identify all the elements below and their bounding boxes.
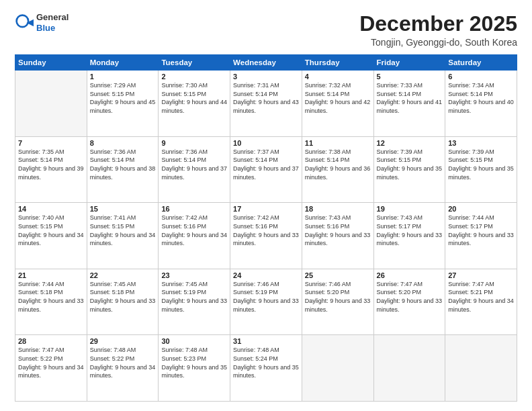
daylight: Daylight: 9 hours and 33 minutes. [377,298,443,313]
sunset: Sunset: 5:14 PM [233,156,278,163]
calendar-cell: 14Sunrise: 7:40 AMSunset: 5:15 PMDayligh… [15,203,87,269]
day-info: Sunrise: 7:42 AMSunset: 5:16 PMDaylight:… [233,214,299,247]
day-number: 29 [90,337,156,345]
daylight: Daylight: 9 hours and 33 minutes. [448,232,514,247]
sunrise: Sunrise: 7:29 AM [90,82,136,89]
sunset: Sunset: 5:15 PM [377,156,422,163]
daylight: Daylight: 9 hours and 45 minutes. [90,99,156,114]
calendar-cell: 28Sunrise: 7:47 AMSunset: 5:22 PMDayligh… [15,335,87,402]
logo-general: General [36,12,69,23]
week-row-4: 21Sunrise: 7:44 AMSunset: 5:18 PMDayligh… [15,269,517,335]
day-number: 1 [90,73,156,81]
day-number: 3 [233,73,299,81]
daylight: Daylight: 9 hours and 41 minutes. [377,99,443,114]
day-number: 11 [305,139,371,147]
svg-point-0 [17,15,29,27]
calendar-cell: 11Sunrise: 7:38 AMSunset: 5:14 PMDayligh… [302,136,373,203]
daylight: Daylight: 9 hours and 34 minutes. [18,232,84,247]
calendar-cell: 9Sunrise: 7:36 AMSunset: 5:14 PMDaylight… [159,136,230,203]
calendar-cell [15,71,87,137]
day-info: Sunrise: 7:36 AMSunset: 5:14 PMDaylight:… [161,148,227,181]
day-number: 25 [305,271,371,279]
col-header-sunday: Sunday [15,55,87,71]
day-number: 23 [161,271,227,279]
sunrise: Sunrise: 7:48 AM [90,347,136,353]
day-info: Sunrise: 7:43 AMSunset: 5:16 PMDaylight:… [305,214,371,247]
sunrise: Sunrise: 7:31 AM [233,82,279,89]
day-info: Sunrise: 7:41 AMSunset: 5:15 PMDaylight:… [90,214,156,247]
day-number: 15 [90,205,156,213]
day-info: Sunrise: 7:46 AMSunset: 5:19 PMDaylight:… [233,280,299,314]
subtitle: Tongjin, Gyeonggi-do, South Korea [359,37,517,48]
sunrise: Sunrise: 7:47 AM [377,281,423,287]
day-info: Sunrise: 7:45 AMSunset: 5:19 PMDaylight:… [161,280,227,314]
day-number: 20 [448,205,514,213]
daylight: Daylight: 9 hours and 34 minutes. [448,298,514,313]
calendar-body: 1Sunrise: 7:29 AMSunset: 5:15 PMDaylight… [15,71,517,402]
sunrise: Sunrise: 7:46 AM [305,281,351,287]
calendar-cell: 24Sunrise: 7:46 AMSunset: 5:19 PMDayligh… [230,269,302,335]
calendar-cell [302,335,373,402]
sunrise: Sunrise: 7:42 AM [161,214,208,221]
sunset: Sunset: 5:18 PM [18,289,63,295]
logo-blue: Blue [36,23,69,34]
sunset: Sunset: 5:18 PM [90,289,135,295]
calendar-cell: 22Sunrise: 7:45 AMSunset: 5:18 PMDayligh… [87,269,159,335]
day-number: 2 [161,73,227,81]
day-info: Sunrise: 7:39 AMSunset: 5:15 PMDaylight:… [448,148,514,181]
daylight: Daylight: 9 hours and 35 minutes. [448,165,514,181]
calendar-cell: 20Sunrise: 7:44 AMSunset: 5:17 PMDayligh… [445,203,517,269]
calendar-table: SundayMondayTuesdayWednesdayThursdayFrid… [15,54,517,402]
day-info: Sunrise: 7:30 AMSunset: 5:15 PMDaylight:… [161,81,227,115]
calendar-cell: 30Sunrise: 7:48 AMSunset: 5:23 PMDayligh… [159,335,230,402]
sunset: Sunset: 5:19 PM [161,289,206,295]
daylight: Daylight: 9 hours and 34 minutes. [18,364,84,379]
col-header-wednesday: Wednesday [230,55,302,71]
sunrise: Sunrise: 7:32 AM [305,82,351,89]
logo: General Blue [15,12,69,33]
calendar-cell: 8Sunrise: 7:36 AMSunset: 5:14 PMDaylight… [87,136,159,203]
sunset: Sunset: 5:17 PM [448,223,493,230]
day-number: 30 [161,337,227,345]
day-number: 22 [90,271,156,279]
daylight: Daylight: 9 hours and 36 minutes. [305,165,371,181]
sunset: Sunset: 5:16 PM [161,223,206,230]
title-block: December 2025 Tongjin, Gyeonggi-do, Sout… [359,12,517,48]
daylight: Daylight: 9 hours and 37 minutes. [233,165,299,181]
day-number: 5 [377,73,443,81]
sunrise: Sunrise: 7:36 AM [90,148,136,155]
daylight: Daylight: 9 hours and 42 minutes. [305,99,371,114]
day-info: Sunrise: 7:43 AMSunset: 5:17 PMDaylight:… [377,214,443,247]
sunrise: Sunrise: 7:34 AM [448,82,494,89]
sunrise: Sunrise: 7:33 AM [377,82,423,89]
day-number: 16 [161,205,227,213]
calendar-cell: 12Sunrise: 7:39 AMSunset: 5:15 PMDayligh… [373,136,445,203]
daylight: Daylight: 9 hours and 39 minutes. [18,165,84,181]
sunrise: Sunrise: 7:43 AM [305,214,351,221]
sunset: Sunset: 5:22 PM [18,355,63,362]
col-header-friday: Friday [373,55,445,71]
sunrise: Sunrise: 7:30 AM [161,82,208,89]
header-row: SundayMondayTuesdayWednesdayThursdayFrid… [15,55,517,71]
sunset: Sunset: 5:23 PM [161,355,206,362]
sunrise: Sunrise: 7:46 AM [233,281,279,287]
sunset: Sunset: 5:16 PM [305,223,350,230]
day-info: Sunrise: 7:46 AMSunset: 5:20 PMDaylight:… [305,280,371,314]
calendar-cell: 10Sunrise: 7:37 AMSunset: 5:14 PMDayligh… [230,136,302,203]
sunrise: Sunrise: 7:48 AM [161,347,208,353]
day-number: 19 [377,205,443,213]
day-number: 17 [233,205,299,213]
day-info: Sunrise: 7:42 AMSunset: 5:16 PMDaylight:… [161,214,227,247]
col-header-saturday: Saturday [445,55,517,71]
calendar-cell: 15Sunrise: 7:41 AMSunset: 5:15 PMDayligh… [87,203,159,269]
daylight: Daylight: 9 hours and 33 minutes. [18,298,84,313]
day-info: Sunrise: 7:48 AMSunset: 5:22 PMDaylight:… [90,346,156,379]
calendar-cell: 21Sunrise: 7:44 AMSunset: 5:18 PMDayligh… [15,269,87,335]
day-info: Sunrise: 7:32 AMSunset: 5:14 PMDaylight:… [305,81,371,115]
sunrise: Sunrise: 7:43 AM [377,214,423,221]
day-number: 6 [448,73,514,81]
day-info: Sunrise: 7:37 AMSunset: 5:14 PMDaylight:… [233,148,299,181]
daylight: Daylight: 9 hours and 33 minutes. [233,298,299,313]
calendar-cell: 23Sunrise: 7:45 AMSunset: 5:19 PMDayligh… [159,269,230,335]
day-number: 7 [18,139,84,147]
